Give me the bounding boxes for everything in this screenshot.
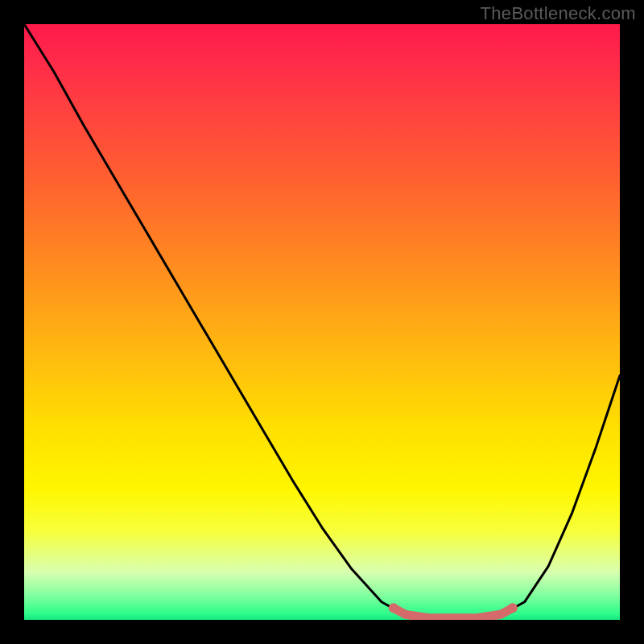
highlight-dot-left <box>389 603 398 613</box>
highlight-dot-right <box>508 603 518 613</box>
plot-area <box>24 24 620 620</box>
chart-svg <box>24 24 620 620</box>
watermark-text: TheBottleneck.com <box>481 3 636 24</box>
chart-frame: TheBottleneck.com <box>0 0 644 644</box>
highlight-segment <box>394 608 513 618</box>
bottleneck-curve <box>24 24 620 620</box>
